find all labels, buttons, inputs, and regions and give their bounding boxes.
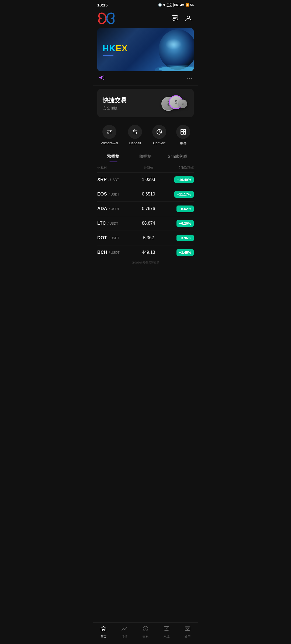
symbol-5: BCH [97, 250, 107, 255]
wifi-icon: ↺ [163, 3, 165, 7]
row-change-3: +6.20% [164, 220, 194, 227]
profile-button[interactable] [184, 14, 193, 23]
row-pair-2: ADA / USDT [97, 206, 133, 211]
table-row[interactable]: BCH / USDT 449.13 +3.45% [97, 245, 194, 260]
table-row[interactable]: EOS / USDT 0.6510 +11.17% [97, 187, 194, 201]
svg-rect-0 [172, 16, 178, 20]
svg-point-5 [165, 39, 182, 50]
convert-label: Convert [153, 141, 165, 145]
row-price-5: 449.13 [133, 250, 164, 255]
clock-icon: 🕐 [158, 3, 162, 7]
deposit-icon [128, 125, 142, 139]
tab-gainers[interactable]: 涨幅榜 [97, 151, 129, 162]
market-tabs: 涨幅榜 跌幅榜 24h成交额 [93, 148, 198, 162]
market-table: 交易对 最新价 24h涨跌幅 XRP / USDT 1.0393 +16.49%… [93, 162, 198, 260]
row-price-2: 0.7676 [133, 206, 164, 211]
action-buttons: Withdrawal Deposit Convert [93, 121, 198, 148]
deposit-button[interactable]: Deposit [128, 125, 142, 146]
row-price-4: 5.362 [133, 235, 164, 240]
change-badge-3: +6.20% [176, 220, 194, 227]
row-price-1: 0.6510 [133, 192, 164, 197]
table-row[interactable]: LTC / USDT 88.874 +6.20% [97, 216, 194, 231]
svg-point-4 [159, 29, 194, 70]
row-pair-4: DOT / USDT [97, 235, 133, 241]
convert-button[interactable]: Convert [152, 125, 166, 146]
table-row[interactable]: DOT / USDT 5.362 +3.96% [97, 231, 194, 245]
withdrawal-button[interactable]: Withdrawal [101, 125, 118, 146]
row-change-4: +3.96% [164, 235, 194, 241]
row-change-0: +16.49% [164, 176, 194, 183]
coin-small: ◎ [179, 100, 187, 108]
banner[interactable]: HKEX [97, 28, 194, 71]
announcement-more[interactable]: ··· [186, 75, 193, 81]
row-price-3: 88.874 [133, 221, 164, 226]
change-badge-0: +16.49% [174, 176, 194, 183]
more-label: 更多 [180, 141, 187, 146]
withdrawal-label: Withdrawal [101, 141, 118, 145]
network-speed: 4.30 KB/s [167, 2, 172, 8]
row-change-2: +8.62% [164, 205, 194, 212]
logo[interactable] [98, 12, 115, 25]
svg-rect-9 [181, 129, 183, 132]
change-badge-2: +8.62% [176, 205, 194, 212]
table-header: 交易对 最新价 24h涨跌幅 [97, 162, 194, 172]
symbol-2: ADA [97, 206, 107, 211]
svg-rect-11 [181, 132, 183, 134]
table-row[interactable]: XRP / USDT 1.0393 +16.49% [97, 172, 194, 187]
hd-badge: HD [173, 3, 179, 7]
more-button[interactable]: 更多 [176, 125, 190, 146]
signal-icon: 📶 [185, 3, 189, 7]
more-icon [176, 125, 190, 139]
quote-4: / USDT [109, 236, 119, 240]
status-bar: 18:15 🕐 ↺ 4.30 KB/s HD 4G 📶 56 [93, 0, 198, 10]
announcement-bar: ··· [93, 71, 198, 85]
row-pair-5: BCH / USDT [97, 250, 133, 255]
svg-point-3 [187, 16, 190, 19]
quote-3: / USDT [108, 222, 118, 225]
battery: 56 [190, 3, 194, 7]
quick-trade-text: 快捷交易 安全便捷 [103, 96, 126, 111]
announcement-icon [98, 74, 105, 82]
network-type: 4G [180, 4, 184, 7]
svg-rect-10 [183, 129, 186, 132]
symbol-0: XRP [97, 177, 107, 182]
quick-trade-subtitle: 安全便捷 [103, 106, 126, 111]
chat-button[interactable] [171, 14, 179, 23]
quote-0: / USDT [108, 178, 119, 182]
tab-losers[interactable]: 跌幅榜 [129, 151, 161, 162]
banner-globe [143, 28, 194, 71]
tab-volume[interactable]: 24h成交额 [162, 151, 194, 162]
row-change-5: +3.45% [164, 249, 194, 256]
row-price-0: 1.0393 [133, 177, 164, 182]
change-badge-5: +3.45% [176, 249, 194, 256]
banner-underline [103, 55, 113, 56]
quote-5: / USDT [109, 251, 119, 255]
table-row[interactable]: ADA / USDT 0.7676 +8.62% [97, 201, 194, 216]
header-change: 24h涨跌幅 [164, 166, 194, 170]
convert-icon [152, 125, 166, 139]
quick-trade-card[interactable]: 快捷交易 安全便捷 ₮ $ ◎ [97, 89, 194, 117]
quick-trade-coins: ₮ $ ◎ [161, 94, 188, 113]
quote-2: / USDT [109, 207, 119, 211]
quick-trade-title: 快捷交易 [103, 96, 126, 104]
withdrawal-icon [102, 125, 116, 139]
row-pair-0: XRP / USDT [97, 177, 133, 182]
header-pair: 交易对 [97, 166, 133, 170]
symbol-3: LTC [97, 221, 106, 226]
deposit-label: Deposit [129, 141, 141, 145]
svg-rect-12 [183, 132, 186, 134]
change-badge-1: +11.17% [174, 191, 194, 198]
row-pair-1: EOS / USDT [97, 191, 133, 197]
row-pair-3: LTC / USDT [97, 221, 133, 226]
status-right: 🕐 ↺ 4.30 KB/s HD 4G 📶 56 [158, 2, 194, 8]
status-time: 18:15 [97, 3, 108, 7]
change-badge-4: +3.96% [176, 235, 194, 241]
table-rows-container: XRP / USDT 1.0393 +16.49% EOS / USDT 0.6… [97, 172, 194, 260]
header-price: 最新价 [133, 166, 164, 170]
symbol-1: EOS [97, 191, 107, 197]
quote-1: / USDT [109, 193, 119, 196]
header [93, 10, 198, 28]
row-change-1: +11.17% [164, 191, 194, 198]
symbol-4: DOT [97, 235, 107, 240]
watermark: 微信公众号·昊天评盘界 [93, 260, 198, 286]
